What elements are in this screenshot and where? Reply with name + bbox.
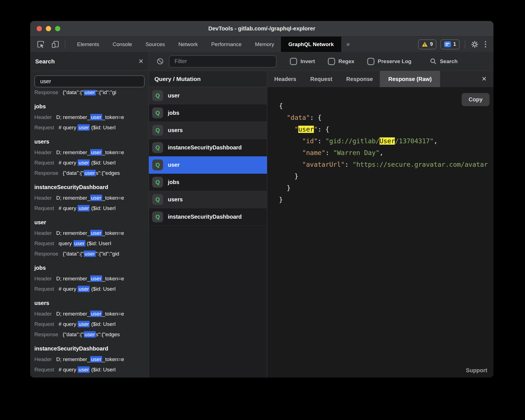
match-highlight: user — [90, 356, 102, 362]
tab-console[interactable]: Console — [106, 37, 139, 52]
search-result-line[interactable]: Response{"data":{"user":{"id":"gi — [30, 90, 149, 97]
match-highlight: user — [84, 170, 96, 176]
devtools-tab-bar: Elements Console Sources Network Perform… — [30, 37, 493, 52]
detail-tab-bar: Headers Request Response Response (Raw) … — [267, 71, 493, 87]
more-tabs-chevron-icon[interactable]: » — [341, 37, 355, 52]
tab-elements[interactable]: Elements — [70, 37, 106, 52]
result-section-title[interactable]: instanceSecurityDashboard — [30, 182, 149, 193]
search-result-line[interactable]: HeaderD; remember_user_token=e — [30, 309, 149, 319]
network-panels: Query / Mutation Q user Q jobs Q users — [149, 71, 493, 378]
message-icon — [444, 41, 451, 47]
result-section-title[interactable]: instanceSecurityDashboard — [30, 343, 149, 354]
window-title: DevTools - gitlab.com/-/graphql-explorer — [208, 25, 315, 32]
result-section-title[interactable]: users — [30, 297, 149, 309]
query-row-user[interactable]: Q user — [149, 87, 267, 104]
search-result-line[interactable]: Request# query user ($id: UserI — [30, 122, 149, 133]
tab-performance[interactable]: Performance — [204, 37, 248, 52]
warning-count: 9 — [430, 41, 433, 47]
tab-bar-divider — [65, 40, 65, 49]
search-result-line[interactable]: Response{"data":{"users":{"edges — [30, 329, 149, 340]
query-row-user-selected[interactable]: Q user — [149, 156, 267, 174]
search-result-line[interactable]: Response{"data":{"user":{"id":"gid — [30, 249, 149, 259]
zoom-window-button[interactable] — [55, 26, 60, 31]
search-close-icon[interactable]: ✕ — [139, 58, 144, 65]
match-highlight: user — [90, 149, 102, 156]
search-input[interactable]: user — [34, 75, 145, 87]
match-highlight-yellow: user — [298, 126, 314, 133]
query-type-badge: Q — [152, 142, 163, 153]
regex-checkbox[interactable] — [328, 58, 335, 65]
query-row-instance-security-dashboard[interactable]: Q instanceSecurityDashboard — [149, 139, 267, 156]
tab-bar-icons — [30, 37, 60, 52]
warnings-badge[interactable]: 9 — [418, 39, 436, 49]
preserve-log-checkbox[interactable] — [367, 58, 374, 65]
search-result-line[interactable]: Response{"data":{"users":{"edges — [30, 168, 149, 178]
query-row-users[interactable]: Q users — [149, 191, 267, 208]
network-region: Filter Invert Regex Preserve Log — [149, 52, 493, 378]
search-result-line[interactable]: Request# query user ($id: UserI — [30, 157, 149, 168]
tab-headers[interactable]: Headers — [267, 71, 303, 87]
search-result-line[interactable]: HeaderD; remember_user_token=e — [30, 273, 149, 284]
match-highlight: user — [78, 286, 90, 292]
query-row-users[interactable]: Q users — [149, 122, 267, 139]
search-panel-title: Search — [35, 58, 55, 65]
tab-network[interactable]: Network — [172, 37, 205, 52]
tab-request[interactable]: Request — [303, 71, 339, 87]
settings-gear-icon[interactable] — [470, 40, 479, 49]
query-type-badge: Q — [152, 177, 163, 188]
device-toolbar-icon[interactable] — [51, 40, 60, 49]
json-line: "avatarUrl": "https://secure.gravatar.co… — [279, 159, 493, 170]
search-result-line[interactable]: HeaderD; remember_user_token=e — [30, 112, 149, 122]
search-result-line[interactable]: Request# query user ($id: UserI — [30, 319, 149, 329]
search-result-line[interactable]: Request# query user ($id: UserI — [30, 284, 149, 294]
query-type-badge: Q — [152, 108, 163, 118]
preserve-log-label: Preserve Log — [378, 58, 411, 65]
inspect-element-icon[interactable] — [36, 40, 45, 49]
result-section-title[interactable]: jobs — [30, 262, 149, 273]
match-highlight-yellow: User — [380, 137, 395, 145]
query-type-badge: Q — [152, 125, 163, 136]
search-panel-header: Search ✕ — [30, 52, 149, 71]
tab-memory[interactable]: Memory — [248, 37, 281, 52]
query-row-jobs[interactable]: Q jobs — [149, 104, 267, 122]
result-section-title[interactable]: jobs — [30, 101, 149, 112]
search-result-line[interactable]: Request# query user ($id: UserI — [30, 364, 149, 375]
json-line: } — [279, 194, 493, 206]
match-highlight: user — [90, 195, 102, 201]
match-highlight: user — [90, 311, 102, 317]
clear-block-icon[interactable] — [156, 57, 164, 66]
search-result-line[interactable]: HeaderD; remember_user_token=e — [30, 228, 149, 238]
search-panel-body: user Response{"data":{"user":{"id":"gi j… — [30, 71, 149, 378]
invert-checkbox-group: Invert — [290, 58, 315, 65]
preserve-log-checkbox-group: Preserve Log — [367, 58, 411, 65]
support-link[interactable]: Support — [466, 367, 487, 374]
warning-triangle-icon — [422, 42, 428, 47]
tab-sources[interactable]: Sources — [139, 37, 172, 52]
search-panel: Search ✕ user Response{"data":{"user":{"… — [30, 52, 149, 378]
search-result-line[interactable]: HeaderD; remember_user_token=e — [30, 147, 149, 157]
result-section-title[interactable]: users — [30, 136, 149, 147]
search-result-line[interactable]: Request# query user ($id: UserI — [30, 203, 149, 213]
minimize-window-button[interactable] — [46, 26, 51, 31]
match-highlight: user — [78, 321, 90, 327]
copy-button[interactable]: Copy — [462, 93, 490, 106]
tab-graphql-network[interactable]: GraphQL Network — [281, 37, 341, 52]
search-result-line[interactable]: HeaderD; remember_user_token=e — [30, 354, 149, 364]
query-row-jobs[interactable]: Q jobs — [149, 174, 267, 191]
toolbar-search[interactable]: Search — [430, 58, 457, 65]
invert-checkbox[interactable] — [290, 58, 297, 65]
issues-badge[interactable]: 1 — [440, 39, 460, 49]
close-window-button[interactable] — [37, 26, 42, 31]
match-highlight: user — [84, 250, 96, 257]
search-result-line[interactable]: Requestquery user ($id: UserI — [30, 238, 149, 249]
kebab-menu-icon[interactable] — [483, 41, 488, 47]
search-result-line[interactable]: HeaderD; remember_user_token=e — [30, 193, 149, 203]
match-highlight: user — [78, 366, 90, 373]
query-row-instance-security-dashboard[interactable]: Q instanceSecurityDashboard — [149, 208, 267, 226]
match-highlight: user — [73, 240, 85, 247]
tab-response[interactable]: Response — [339, 71, 380, 87]
result-section-title[interactable]: user — [30, 217, 149, 228]
filter-input[interactable]: Filter — [169, 55, 276, 68]
tab-response-raw[interactable]: Response (Raw) — [380, 71, 440, 87]
detail-close-icon[interactable]: ✕ — [482, 71, 493, 87]
